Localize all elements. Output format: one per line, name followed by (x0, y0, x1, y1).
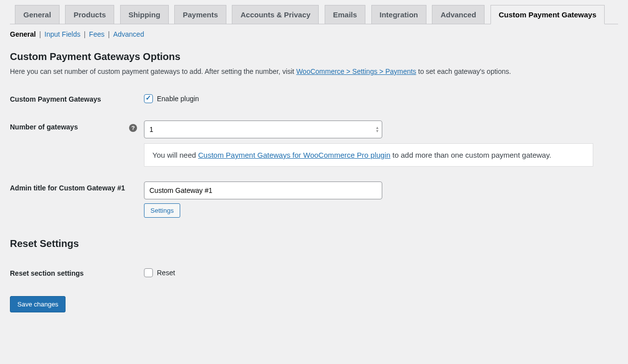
save-changes-button[interactable]: Save changes (10, 296, 66, 312)
enable-plugin-checkbox-label: Enable plugin (157, 95, 199, 103)
number-of-gateways-input[interactable] (144, 121, 382, 138)
info-post: to add more than one custom payment gate… (390, 151, 551, 159)
sub-tab-nav: General | Input Fields | Fees | Advanced (10, 30, 618, 38)
main-tab-nav: General Products Shipping Payments Accou… (10, 0, 618, 24)
enable-plugin-control[interactable]: Enable plugin (144, 94, 199, 103)
desc-post: to set each gateway's options. (416, 67, 511, 75)
section-description: Here you can set number of custom paymen… (10, 67, 618, 75)
reset-control[interactable]: Reset (144, 268, 175, 277)
subtab-advanced[interactable]: Advanced (113, 30, 144, 38)
tab-emails[interactable]: Emails (325, 5, 365, 24)
subtab-fees[interactable]: Fees (89, 30, 104, 38)
tab-custom-payment-gateways[interactable]: Custom Payment Gateways (490, 5, 605, 24)
enable-plugin-checkbox[interactable] (144, 94, 153, 103)
reset-checkbox[interactable] (144, 268, 153, 277)
reset-label: Reset section settings (10, 259, 139, 287)
number-of-gateways-label: Number of gateways (10, 123, 78, 131)
reset-checkbox-label: Reset (157, 269, 175, 277)
stepper-icon[interactable]: ▲▼ (375, 126, 379, 133)
tab-products[interactable]: Products (65, 5, 114, 24)
desc-pre: Here you can set number of custom paymen… (10, 67, 296, 75)
separator: | (82, 30, 89, 38)
reset-table: Reset section settings Reset (10, 259, 618, 287)
pro-plugin-notice: You will need Custom Payment Gateways fo… (144, 143, 593, 167)
help-icon[interactable]: ? (129, 124, 137, 132)
tab-integration[interactable]: Integration (371, 5, 427, 24)
tab-payments[interactable]: Payments (174, 5, 226, 24)
woocommerce-payments-link[interactable]: WooCommerce > Settings > Payments (296, 67, 417, 75)
subtab-general[interactable]: General (10, 30, 36, 38)
pro-plugin-link[interactable]: Custom Payment Gateways for WooCommerce … (198, 151, 390, 159)
settings-wrap: General Products Shipping Payments Accou… (0, 0, 628, 322)
separator: | (38, 30, 45, 38)
admin-title-label: Admin title for Custom Gateway #1 (10, 174, 139, 225)
admin-title-input[interactable] (144, 182, 382, 199)
subtab-input-fields[interactable]: Input Fields (45, 30, 80, 38)
enable-plugin-label: Custom Payment Gateways (10, 85, 139, 113)
tab-shipping[interactable]: Shipping (120, 5, 169, 24)
info-pre: You will need (152, 151, 198, 159)
section-title: Custom Payment Gateways Options (10, 51, 618, 62)
tab-accounts-privacy[interactable]: Accounts & Privacy (232, 5, 319, 24)
number-input-wrap: ▲▼ (144, 121, 382, 138)
tab-general[interactable]: General (15, 5, 60, 24)
separator: | (106, 30, 113, 38)
options-table: Custom Payment Gateways Enable plugin Nu… (10, 85, 618, 225)
tab-advanced[interactable]: Advanced (432, 5, 485, 24)
reset-section-title: Reset Settings (10, 238, 618, 249)
number-of-gateways-label-cell: Number of gateways ? (10, 113, 139, 174)
gateway-settings-button[interactable]: Settings (144, 203, 180, 218)
